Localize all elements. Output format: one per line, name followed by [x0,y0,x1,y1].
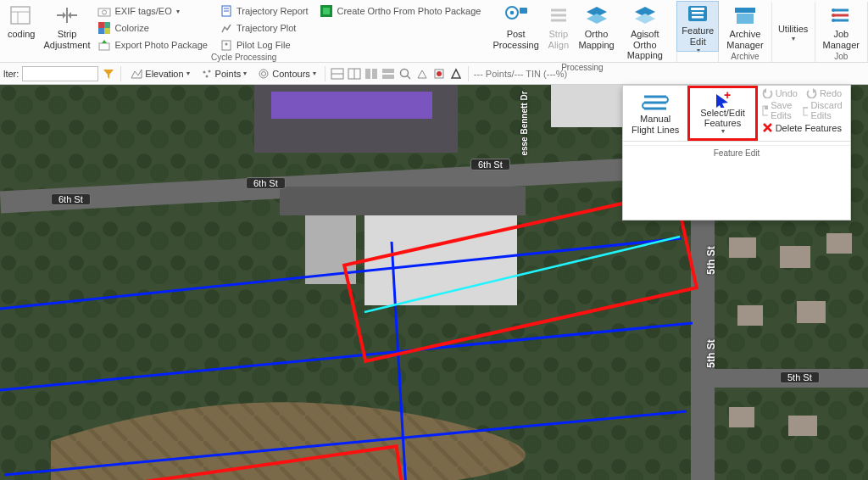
svg-rect-59 [382,75,394,79]
label: Archive Manager [726,29,763,50]
colorize-button[interactable]: Colorize [94,20,210,36]
tool-icon-1[interactable] [331,67,344,81]
job-manager-button[interactable]: Job Manager [819,2,864,52]
svg-rect-100 [8,446,407,480]
label: Points [215,69,242,79]
coding-icon [8,3,35,27]
plot-icon [220,21,233,35]
feature-edit-dropdown: Manual Flight Lines + Select/Edit Featur… [622,85,851,220]
label: Select/Edit Features [700,108,745,128]
label: Pilot Log File [236,40,291,50]
secondary-toolbar: lter: Elevation▾ Points▾ Contours▾ --- P… [0,63,868,85]
redo-button[interactable]: Redo [806,88,842,98]
svg-rect-0 [11,7,30,24]
create-ortho-button[interactable]: Create Ortho From Photo Package [316,3,484,19]
trajectory-plot-button[interactable]: Trajectory Plot [216,20,312,36]
filter-funnel-icon[interactable] [102,67,115,81]
label: Trajectory Plot [236,23,297,33]
cursor-icon: + [709,91,735,108]
tool-icon-4[interactable] [381,67,395,81]
post-processing-button[interactable]: Post Processing [491,2,540,52]
svg-point-64 [437,71,442,76]
utilities-button[interactable]: Utilities ▾ [774,2,812,44]
feature-edit-button[interactable]: Feature Edit▾ [677,2,718,51]
svg-rect-56 [365,69,370,79]
label: Agisoft Ortho Mapping [620,29,669,61]
points-icon [200,67,214,81]
filter-input[interactable] [22,66,98,81]
elevation-icon [130,67,143,81]
agisoft-ortho-button[interactable]: Agisoft Ortho Mapping [616,2,673,63]
feature-edit-icon [684,3,711,24]
label: Colorize [114,23,148,33]
svg-point-9 [103,10,107,14]
svg-point-44 [832,19,835,22]
job-manager-icon [827,3,854,27]
svg-rect-12 [98,28,104,34]
pilot-log-file-button[interactable]: Pilot Log File [216,37,312,53]
label: Elevation [145,69,183,79]
post-processing-icon [503,3,530,27]
tool-icon-6[interactable] [415,67,429,81]
elevation-dropdown[interactable]: Elevation▾ [126,65,192,82]
svg-rect-25 [520,8,527,14]
label: Manual Flight Lines [632,114,679,134]
manual-flight-lines-button[interactable]: Manual Flight Lines [623,86,687,141]
points-dropdown[interactable]: Points▾ [197,65,251,82]
tool-icon-8[interactable] [449,67,463,81]
export-photo-package-button[interactable]: Export Photo Package [94,37,210,53]
svg-rect-57 [372,69,377,79]
undo-button[interactable]: Undo [762,88,798,98]
ortho-icon [583,3,610,27]
svg-rect-14 [99,43,109,50]
exif-tags-button[interactable]: EXIF tags/EO▾ [94,3,210,19]
svg-marker-30 [587,14,607,24]
strip-align-icon [545,3,572,27]
label: EXIF tags/EO [114,6,171,16]
chevron-down-icon: ▾ [176,8,180,15]
delete-features-button[interactable]: Delete Features [762,122,846,133]
trajectory-report-button[interactable]: Trajectory Report [216,3,312,19]
svg-marker-65 [452,70,460,78]
svg-rect-34 [692,12,704,14]
save-edits-button[interactable]: Save Edits [762,100,797,120]
strip-adjustment-button[interactable]: Strip Adjustment [39,2,94,52]
svg-marker-46 [131,70,142,78]
svg-point-47 [203,70,205,73]
map-canvas[interactable]: 6th St 6th St 6th St 5th St 5th St 5th S… [0,85,868,480]
group-label: Cycle Processing [211,53,276,64]
trash-icon [802,105,809,116]
svg-rect-11 [104,22,110,28]
label: Create Ortho From Photo Package [337,6,481,16]
group-label: Job [834,52,848,63]
group-label: Processing [561,63,603,74]
svg-point-42 [832,8,835,12]
contours-dropdown[interactable]: Contours▾ [253,65,320,82]
colorize-icon [97,21,111,35]
strip-align-button[interactable]: Strip Align [541,2,576,52]
label: Utilities [778,24,808,35]
svg-marker-62 [418,70,426,78]
svg-point-43 [832,14,835,17]
svg-point-48 [208,70,210,72]
undo-icon [762,88,773,98]
select-edit-features-button[interactable]: + Select/Edit Features▾ [687,86,757,141]
coding-button[interactable]: coding [3,2,39,42]
tool-icon-3[interactable] [364,67,378,81]
agisoft-icon [632,3,659,27]
tool-icon-2[interactable] [348,67,361,81]
svg-rect-8 [98,8,110,16]
archive-manager-button[interactable]: Archive Manager [722,2,767,52]
svg-line-95 [4,411,687,475]
label: Ortho Mapping [578,29,614,50]
archive-icon [732,3,759,27]
chevron-down-icon: ▾ [792,35,795,42]
group-label: Archive [731,52,759,63]
delete-icon [762,122,773,133]
tool-icon-7[interactable] [432,67,446,81]
svg-rect-109 [765,106,769,109]
discard-edits-button[interactable]: Discard Edits [802,100,846,120]
svg-point-20 [225,43,227,46]
ortho-mapping-button[interactable]: Ortho Mapping [576,2,616,52]
tool-icon-5[interactable] [398,67,412,81]
